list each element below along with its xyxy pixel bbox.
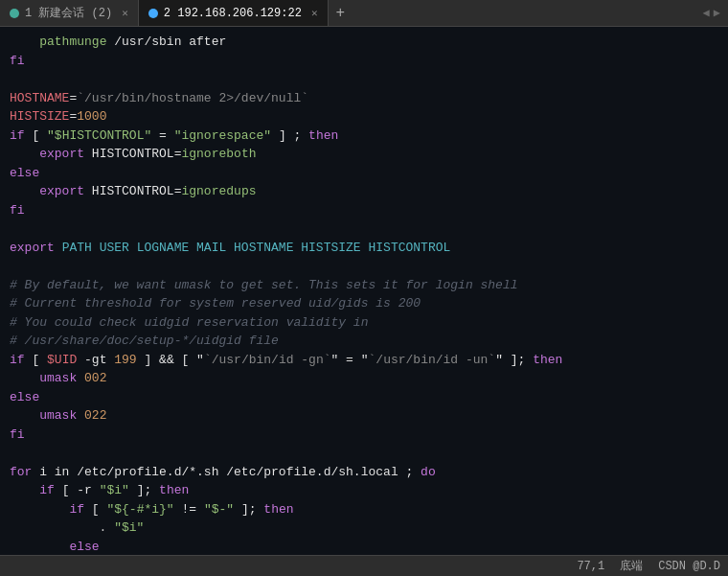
line-6: if [ "$HISTCONTROL" = "ignorespace" ] ; … — [10, 127, 718, 146]
line-11 — [10, 219, 718, 239]
tab-bar: 1 新建会话 (2) ✕ 2 192.168.206.129:22 ✕ + ◀ … — [0, 0, 728, 27]
line-9: export HISTCONTROL=ignoredups — [10, 182, 718, 201]
status-label: 底端 — [620, 558, 643, 574]
line-20: else — [10, 388, 718, 407]
line-7: export HISTCONTROL=ignoreboth — [10, 145, 718, 164]
status-bar: 77,1 底端 CSDN @D.D — [0, 555, 728, 576]
tab-2-label: 2 192.168.206.129:22 — [164, 7, 302, 20]
line-2: fi — [10, 52, 718, 71]
line-3 — [10, 70, 718, 89]
tab-1-close[interactable]: ✕ — [122, 7, 128, 19]
line-26: if [ "${-#*i}" != "$-" ]; then — [10, 500, 718, 519]
line-10: fi — [10, 201, 718, 220]
brand-label: CSDN @D.D — [658, 560, 720, 573]
tab-scroll-arrows: ◀ ▶ — [703, 6, 728, 20]
line-22: fi — [10, 426, 718, 445]
line-16: # You could check uidgid reservation val… — [10, 313, 718, 333]
line-23 — [10, 444, 718, 463]
tab-2-icon — [148, 9, 158, 18]
tab-add-button[interactable]: + — [329, 5, 353, 22]
line-13 — [10, 257, 718, 276]
line-21: umask 022 — [10, 406, 718, 426]
tab-arrow-left[interactable]: ◀ — [703, 6, 710, 20]
line-14: # By default, we want umask to get set. … — [10, 276, 718, 295]
tab-arrow-right[interactable]: ▶ — [714, 6, 720, 20]
line-28: else — [10, 538, 718, 556]
line-25: if [ -r "$i" ]; then — [10, 481, 718, 500]
line-12: export PATH USER LOGNAME MAIL HOSTNAME H… — [10, 239, 718, 258]
tab-2[interactable]: 2 192.168.206.129:22 ✕ — [139, 0, 329, 26]
tab-1[interactable]: 1 新建会话 (2) ✕ — [0, 0, 139, 26]
line-17: # /usr/share/doc/setup-*/uidgid file — [10, 332, 718, 351]
tab-1-icon — [10, 9, 19, 18]
line-27: . "$i" — [10, 518, 718, 538]
line-4: HOSTNAME=`/usr/bin/hostname 2>/dev/null` — [10, 89, 718, 108]
line-8: else — [10, 164, 718, 183]
line-19: umask 002 — [10, 369, 718, 388]
cursor-position: 77,1 — [577, 560, 604, 573]
tab-2-close[interactable]: ✕ — [311, 7, 318, 19]
terminal-content[interactable]: pathmunge /usr/sbin after fi HOSTNAME=`/… — [0, 27, 728, 555]
line-18: if [ $UID -gt 199 ] && [ "`/usr/bin/id -… — [10, 351, 718, 370]
tab-1-label: 1 新建会话 (2) — [25, 5, 112, 21]
line-15: # Current threshold for system reserved … — [10, 294, 718, 313]
line-1: pathmunge /usr/sbin after — [10, 33, 718, 52]
line-24: for i in /etc/profile.d/*.sh /etc/profil… — [10, 463, 718, 482]
line-5: HISTSIZE=1000 — [10, 107, 718, 127]
